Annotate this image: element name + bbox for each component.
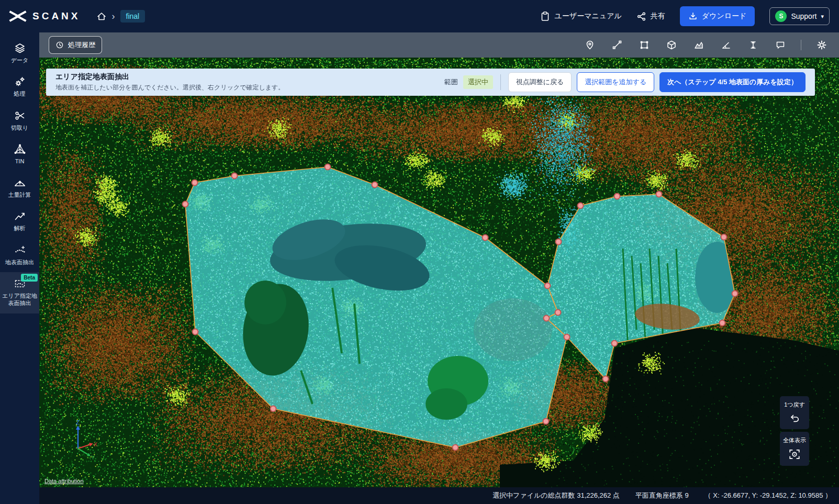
- undo-label: 1つ戻す: [784, 401, 805, 409]
- sidebar: データ 処理 切取り: [0, 32, 39, 504]
- view-controls: 1つ戻す 全体表示: [780, 396, 809, 466]
- viewport-3d: (throttled) エリア指定地表面抽出 地表面を補正したい部分を囲んでくだ…: [39, 58, 839, 487]
- status-badge: 選択中: [463, 75, 493, 89]
- support-avatar: S: [775, 10, 787, 22]
- toolbar-separator: [801, 40, 801, 50]
- fit-view-control[interactable]: 全体表示: [780, 432, 809, 466]
- scanx-logo[interactable]: SCANX: [8, 10, 81, 23]
- top-header: SCANX › final ユーザーマニュアル: [0, 0, 839, 32]
- height-measure-tool-button[interactable]: [746, 38, 760, 52]
- tin-mesh-icon: [14, 143, 26, 155]
- ground-surface-icon: [14, 244, 26, 256]
- breadcrumb-project[interactable]: final: [120, 10, 146, 23]
- marker-tool-button[interactable]: [583, 38, 597, 52]
- logo-text: SCANX: [32, 10, 81, 22]
- sidebar-item-processing[interactable]: 処理: [0, 70, 39, 104]
- sidebar-item-clip[interactable]: 切取り: [0, 104, 39, 138]
- sidebar-item-label: 処理: [14, 90, 26, 97]
- user-manual-label: ユーザーマニュアル: [554, 12, 621, 21]
- data-attribution-link[interactable]: Data attribution: [44, 478, 84, 484]
- height-measure-icon: [748, 40, 758, 50]
- polygon-select-icon: [639, 40, 650, 50]
- home-icon[interactable]: [96, 11, 107, 21]
- clip-box-tool-button[interactable]: [665, 38, 678, 52]
- download-button[interactable]: ダウンロード: [680, 6, 755, 26]
- share-label: 共有: [651, 12, 665, 21]
- angle-icon: [721, 40, 731, 50]
- beta-badge: Beta: [21, 274, 38, 282]
- gear-icon: [816, 40, 827, 50]
- chevron-down-icon: ▾: [821, 13, 824, 20]
- measure-line-tool-button[interactable]: [610, 38, 624, 52]
- history-label: 処理履歴: [68, 40, 95, 50]
- sidebar-item-label: TIN: [15, 158, 25, 165]
- area-chart-icon: [693, 40, 704, 50]
- comment-icon: [775, 40, 786, 50]
- sidebar-item-analysis[interactable]: 解析: [0, 205, 39, 238]
- history-button[interactable]: 処理履歴: [49, 36, 102, 54]
- chevron-right-icon: ›: [112, 12, 115, 21]
- gears-icon: [14, 76, 26, 87]
- undo-arrow-icon: [789, 412, 800, 424]
- share-icon: [636, 12, 646, 21]
- viewport-toolbar: 処理履歴: [39, 32, 839, 58]
- point-count-status: 選択中ファイルの総点群数 31,226,262 点: [493, 491, 620, 500]
- sidebar-item-ground-extraction[interactable]: 地表面抽出: [0, 239, 39, 272]
- sidebar-item-label: データ: [11, 57, 29, 64]
- sidebar-item-label: エリア指定地表面抽出: [2, 292, 38, 307]
- scissors-icon: [14, 110, 26, 121]
- location-pin-icon: [585, 40, 595, 50]
- status-bar: 選択中ファイルの総点群数 31,226,262 点 平面直角座標系 9 （ X:…: [39, 487, 839, 504]
- user-manual-button[interactable]: ユーザーマニュアル: [540, 11, 621, 21]
- fit-view-icon: [788, 448, 801, 461]
- settings-button[interactable]: [815, 38, 829, 52]
- undo-control[interactable]: 1つ戻す: [780, 396, 809, 429]
- sidebar-item-area-ground-extraction[interactable]: Beta エリア指定地表面抽出: [0, 272, 39, 313]
- sidebar-item-label: 地表面抽出: [5, 259, 34, 266]
- sidebar-item-label: 切取り: [11, 124, 28, 131]
- clipboard-icon: [540, 11, 550, 21]
- polygon-select-tool-button[interactable]: [637, 38, 651, 52]
- coordinates-status: （ X: -26.6677, Y: -29.1452, Z: 10.9585 ）: [704, 491, 832, 500]
- download-label: ダウンロード: [702, 12, 747, 21]
- sidebar-item-tin[interactable]: TIN: [0, 138, 39, 171]
- sidebar-item-label: 解析: [14, 225, 26, 232]
- volume-mound-icon: [14, 177, 26, 188]
- add-selection-button[interactable]: 選択範囲を追加する: [577, 72, 654, 92]
- download-icon: [688, 12, 698, 21]
- instruction-banner: エリア指定地表面抽出 地表面を補正したい部分を囲んでください。選択後、右クリック…: [46, 69, 815, 96]
- slope-tool-button[interactable]: [719, 38, 733, 52]
- crs-status: 平面直角座標系 9: [635, 491, 689, 500]
- main-area: 処理履歴: [39, 32, 839, 504]
- back-to-view-button[interactable]: 視点調整に戻る: [508, 72, 572, 92]
- banner-divider: [500, 74, 501, 90]
- analysis-chart-icon: [14, 210, 26, 222]
- sidebar-item-volume[interactable]: 土量計算: [0, 171, 39, 205]
- breadcrumb: › final: [96, 10, 146, 23]
- support-label: Support: [791, 12, 816, 20]
- share-button[interactable]: 共有: [636, 12, 665, 21]
- banner-title: エリア指定地表面抽出: [55, 72, 284, 82]
- scanx-logo-mark: [8, 10, 27, 23]
- range-label: 範囲: [444, 77, 458, 87]
- comment-tool-button[interactable]: [774, 38, 787, 52]
- sidebar-item-label: 土量計算: [8, 191, 31, 198]
- next-step-button[interactable]: 次へ（ステップ 4/5 地表面の厚みを設定）: [659, 72, 806, 92]
- point-cloud-canvas[interactable]: [39, 58, 839, 487]
- support-menu[interactable]: S Support ▾: [769, 7, 830, 25]
- profile-tool-button[interactable]: [692, 38, 706, 52]
- layers-icon: [14, 42, 26, 54]
- clock-icon: [55, 41, 64, 49]
- sidebar-item-data[interactable]: データ: [0, 37, 39, 70]
- cube-icon: [666, 40, 677, 50]
- fit-view-label: 全体表示: [783, 436, 806, 444]
- app-window: SCANX › final ユーザーマニュアル: [0, 0, 839, 504]
- measure-line-icon: [612, 40, 622, 50]
- banner-subtitle: 地表面を補正したい部分を囲んでください。選択後、右クリックで確定します。: [55, 83, 284, 92]
